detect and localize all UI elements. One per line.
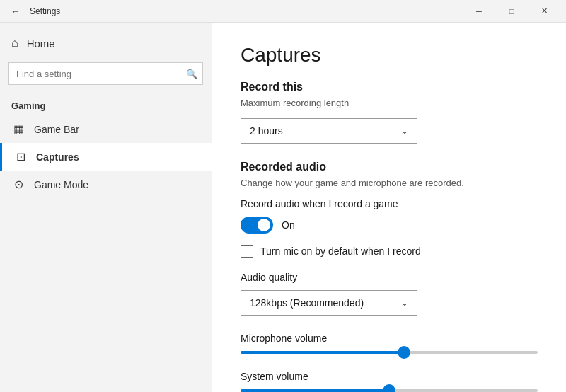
game-mode-icon: ⊙ <box>11 178 25 191</box>
mic-volume-label: Microphone volume <box>241 333 538 344</box>
game-bar-icon: ▦ <box>11 122 25 136</box>
home-icon: ⌂ <box>11 37 18 50</box>
sidebar-item-label: Game Bar <box>34 124 79 135</box>
minimize-button[interactable]: ─ <box>463 0 495 23</box>
audio-section-desc: Change how your game and microphone are … <box>241 178 538 188</box>
system-volume-track[interactable] <box>241 389 538 392</box>
sidebar-item-captures[interactable]: ⊡ Captures <box>0 143 212 171</box>
sidebar-item-game-bar[interactable]: ▦ Game Bar <box>0 115 212 143</box>
toggle-knob <box>258 219 270 231</box>
sidebar-item-label: Game Mode <box>34 179 88 190</box>
system-volume-fill <box>241 389 389 392</box>
close-button[interactable]: ✕ <box>528 0 560 23</box>
mic-volume-container: Microphone volume <box>241 333 538 354</box>
toggle-label: On <box>282 219 295 231</box>
chevron-down-icon: ⌄ <box>401 126 408 136</box>
audio-quality-dropdown[interactable]: 128kbps (Recommended) ⌄ <box>241 290 417 316</box>
titlebar: ← Settings ─ □ ✕ <box>0 0 566 23</box>
dropdown-value: 2 hours <box>250 125 283 137</box>
mic-volume-fill <box>241 351 404 354</box>
system-volume-label: System volume <box>241 371 538 382</box>
mic-checkbox-label: Turn mic on by default when I record <box>260 246 421 257</box>
audio-toggle-row: On <box>241 217 538 234</box>
mic-checkbox[interactable] <box>241 245 253 258</box>
maximize-button[interactable]: □ <box>495 0 528 23</box>
sidebar-item-game-mode[interactable]: ⊙ Game Mode <box>0 171 212 198</box>
back-button[interactable]: ← <box>6 1 25 21</box>
audio-quality-label: Audio quality <box>241 272 538 283</box>
captures-icon: ⊡ <box>13 150 28 163</box>
mic-volume-track[interactable] <box>241 351 538 354</box>
record-field-label: Maximum recording length <box>241 98 538 108</box>
window-title: Settings <box>30 6 463 16</box>
audio-quality-value: 128kbps (Recommended) <box>250 297 364 309</box>
window-controls: ─ □ ✕ <box>463 0 560 23</box>
sidebar-item-label: Captures <box>36 151 79 163</box>
search-input[interactable] <box>8 62 203 85</box>
chevron-down-icon: ⌄ <box>401 298 408 308</box>
record-section-title: Record this <box>241 81 538 93</box>
search-container: 🔍 <box>8 62 203 85</box>
search-icon: 🔍 <box>186 69 197 79</box>
content-area: Captures Record this Maximum recording l… <box>212 23 566 392</box>
home-label: Home <box>27 38 55 50</box>
audio-section-title: Recorded audio <box>241 161 538 173</box>
sidebar-home-button[interactable]: ⌂ Home <box>0 30 212 57</box>
sidebar: ⌂ Home 🔍 Gaming ▦ Game Bar ⊡ Captures ⊙ … <box>0 23 212 392</box>
recording-length-dropdown[interactable]: 2 hours ⌄ <box>241 118 417 144</box>
toggle-description: Record audio when I record a game <box>241 198 538 209</box>
system-volume-container: System volume <box>241 371 538 392</box>
system-volume-thumb[interactable] <box>383 384 395 392</box>
mic-checkbox-row: Turn mic on by default when I record <box>241 245 538 258</box>
main-layout: ⌂ Home 🔍 Gaming ▦ Game Bar ⊡ Captures ⊙ … <box>0 23 566 392</box>
sidebar-section-header: Gaming <box>0 91 212 115</box>
mic-volume-thumb[interactable] <box>398 346 410 359</box>
audio-toggle[interactable] <box>241 217 273 234</box>
page-title: Captures <box>241 44 538 67</box>
